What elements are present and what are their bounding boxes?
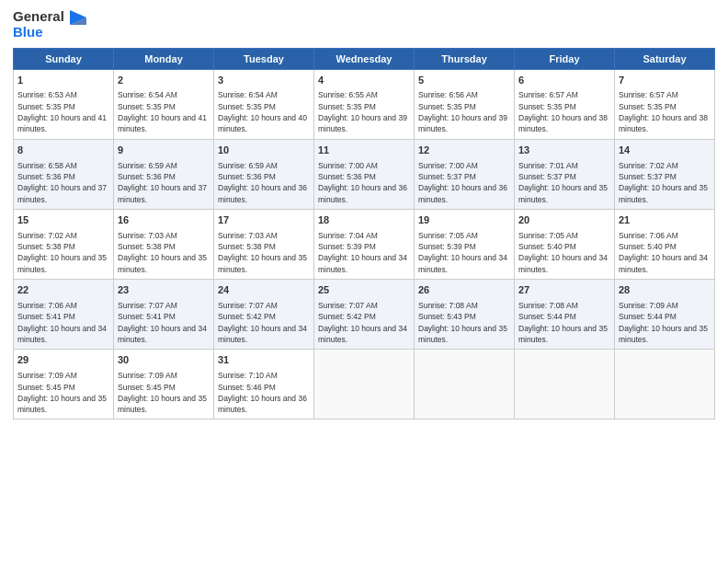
table-cell: 30Sunrise: 7:09 AMSunset: 5:45 PMDayligh… (114, 350, 214, 419)
table-cell: 10Sunrise: 6:59 AMSunset: 5:36 PMDayligh… (214, 139, 314, 209)
table-cell (615, 350, 715, 419)
table-cell: 9Sunrise: 6:59 AMSunset: 5:36 PMDaylight… (114, 139, 214, 209)
table-cell: 20Sunrise: 7:05 AMSunset: 5:40 PMDayligh… (515, 209, 615, 279)
table-cell: 11Sunrise: 7:00 AMSunset: 5:36 PMDayligh… (314, 139, 415, 209)
table-cell: 18Sunrise: 7:04 AMSunset: 5:39 PMDayligh… (314, 209, 415, 279)
table-cell: 17Sunrise: 7:03 AMSunset: 5:38 PMDayligh… (214, 209, 314, 279)
table-cell (314, 350, 415, 419)
table-cell: 2Sunrise: 6:54 AMSunset: 5:35 PMDaylight… (114, 69, 214, 139)
table-cell: 16Sunrise: 7:03 AMSunset: 5:38 PMDayligh… (114, 209, 214, 279)
table-cell: 23Sunrise: 7:07 AMSunset: 5:41 PMDayligh… (114, 280, 214, 350)
table-cell: 14Sunrise: 7:02 AMSunset: 5:37 PMDayligh… (615, 139, 715, 209)
table-cell: 27Sunrise: 7:08 AMSunset: 5:44 PMDayligh… (515, 280, 615, 350)
table-cell: 24Sunrise: 7:07 AMSunset: 5:42 PMDayligh… (214, 280, 314, 350)
col-saturday: Saturday (615, 48, 715, 69)
table-cell: 28Sunrise: 7:09 AMSunset: 5:44 PMDayligh… (615, 280, 715, 350)
table-cell: 7Sunrise: 6:57 AMSunset: 5:35 PMDaylight… (615, 69, 715, 139)
col-sunday: Sunday (14, 48, 114, 69)
table-cell: 31Sunrise: 7:10 AMSunset: 5:46 PMDayligh… (214, 350, 314, 419)
table-cell: 25Sunrise: 7:07 AMSunset: 5:42 PMDayligh… (314, 280, 415, 350)
table-cell: 12Sunrise: 7:00 AMSunset: 5:37 PMDayligh… (415, 139, 515, 209)
col-friday: Friday (515, 48, 615, 69)
table-cell: 4Sunrise: 6:55 AMSunset: 5:35 PMDaylight… (314, 69, 415, 139)
table-cell: 5Sunrise: 6:56 AMSunset: 5:35 PMDaylight… (415, 69, 515, 139)
col-tuesday: Tuesday (214, 48, 314, 69)
table-cell (515, 350, 615, 419)
table-cell: 6Sunrise: 6:57 AMSunset: 5:35 PMDaylight… (515, 69, 615, 139)
table-cell: 15Sunrise: 7:02 AMSunset: 5:38 PMDayligh… (14, 209, 114, 279)
table-cell: 22Sunrise: 7:06 AMSunset: 5:41 PMDayligh… (14, 280, 114, 350)
table-cell: 21Sunrise: 7:06 AMSunset: 5:40 PMDayligh… (615, 209, 715, 279)
col-thursday: Thursday (415, 48, 515, 69)
table-cell: 13Sunrise: 7:01 AMSunset: 5:37 PMDayligh… (515, 139, 615, 209)
table-cell: 19Sunrise: 7:05 AMSunset: 5:39 PMDayligh… (415, 209, 515, 279)
col-wednesday: Wednesday (314, 48, 415, 69)
table-cell: 26Sunrise: 7:08 AMSunset: 5:43 PMDayligh… (415, 280, 515, 350)
table-cell (415, 350, 515, 419)
logo: General Blue (13, 9, 86, 40)
table-cell: 1Sunrise: 6:53 AMSunset: 5:35 PMDaylight… (14, 69, 114, 139)
table-cell: 3Sunrise: 6:54 AMSunset: 5:35 PMDaylight… (214, 69, 314, 139)
table-cell: 29Sunrise: 7:09 AMSunset: 5:45 PMDayligh… (14, 350, 114, 419)
table-cell: 8Sunrise: 6:58 AMSunset: 5:36 PMDaylight… (14, 139, 114, 209)
col-monday: Monday (114, 48, 214, 69)
